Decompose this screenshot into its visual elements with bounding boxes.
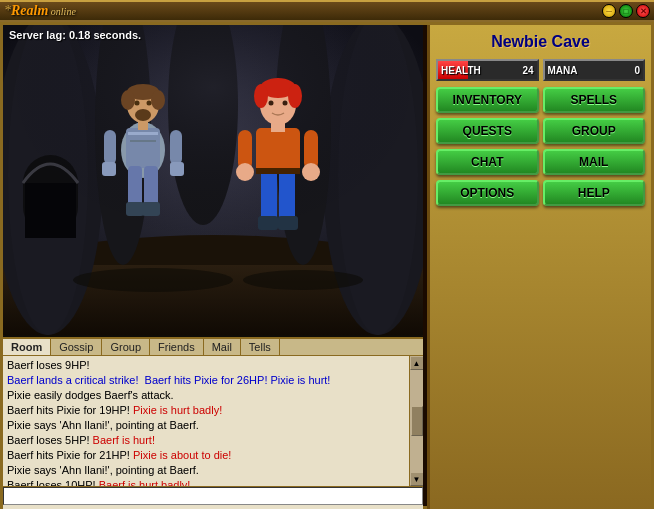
health-label: HEALTH <box>438 65 481 76</box>
chat-scrollbar[interactable]: ▲ ▼ <box>409 356 423 486</box>
window-controls: ─ □ ✕ <box>602 4 650 18</box>
right-panel: Newbie Cave HEALTH 24 MANA 0 INVENTORY S… <box>427 25 651 509</box>
msg-2: Baerf lands a critical strike! Baerf hit… <box>7 373 405 388</box>
svg-rect-30 <box>170 130 182 165</box>
svg-point-46 <box>288 84 302 108</box>
svg-point-48 <box>283 101 288 106</box>
server-lag: Server lag: 0.18 seconds. <box>9 29 141 41</box>
title-bar: *Realm online ─ □ ✕ <box>0 0 654 22</box>
btn-row-1: INVENTORY SPELLS <box>436 87 645 113</box>
svg-point-27 <box>147 101 152 106</box>
tab-room[interactable]: Room <box>3 339 51 355</box>
btn-row-2: QUESTS GROUP <box>436 118 645 144</box>
game-window: Server lag: 0.18 seconds. <box>0 22 654 509</box>
svg-rect-29 <box>102 162 116 176</box>
health-value: 24 <box>522 65 533 76</box>
mana-label: MANA <box>545 65 578 76</box>
btn-row-3: CHAT MAIL <box>436 149 645 175</box>
svg-rect-39 <box>278 216 298 230</box>
svg-rect-31 <box>170 162 184 176</box>
scroll-up[interactable]: ▲ <box>410 356 424 370</box>
msg-8: Pixie says 'Ahn Ilani!', pointing at Bae… <box>7 463 405 478</box>
options-button[interactable]: OPTIONS <box>436 180 539 206</box>
close-button[interactable]: ✕ <box>636 4 650 18</box>
msg-6: Baerf loses 5HP! Baerf is hurt! <box>7 433 405 448</box>
game-viewport: Server lag: 0.18 seconds. <box>3 25 423 509</box>
svg-rect-18 <box>128 132 158 135</box>
stats-row: HEALTH 24 MANA 0 <box>436 59 645 81</box>
scroll-down[interactable]: ▼ <box>410 472 424 486</box>
minimize-button[interactable]: ─ <box>602 4 616 18</box>
msg-4: Baerf hits Pixie for 19HP! Pixie is hurt… <box>7 403 405 418</box>
maximize-button[interactable]: □ <box>619 4 633 18</box>
chat-area: Room Gossip Group Friends Mail Tells Bae… <box>3 337 423 509</box>
chat-input-row <box>3 486 423 505</box>
quests-button[interactable]: QUESTS <box>436 118 539 144</box>
svg-point-45 <box>254 84 268 108</box>
group-button[interactable]: GROUP <box>543 118 646 144</box>
spells-button[interactable]: SPELLS <box>543 87 646 113</box>
mana-bar: MANA 0 <box>543 59 646 81</box>
svg-point-23 <box>121 90 135 110</box>
character-baerf <box>98 40 188 220</box>
app-logo: *Realm online <box>4 3 76 19</box>
svg-point-25 <box>135 109 151 121</box>
tab-tells[interactable]: Tells <box>241 339 280 355</box>
svg-rect-35 <box>142 202 160 216</box>
health-bar: HEALTH 24 <box>436 59 539 81</box>
svg-point-50 <box>236 163 254 181</box>
chat-tabs: Room Gossip Group Friends Mail Tells <box>3 339 423 356</box>
scroll-thumb[interactable] <box>411 406 423 436</box>
svg-point-47 <box>269 101 274 106</box>
svg-rect-28 <box>104 130 116 165</box>
svg-rect-36 <box>261 170 277 220</box>
svg-rect-40 <box>256 128 300 174</box>
svg-rect-41 <box>256 168 300 174</box>
inventory-button[interactable]: INVENTORY <box>436 87 539 113</box>
svg-rect-33 <box>144 166 158 206</box>
tab-mail[interactable]: Mail <box>204 339 241 355</box>
cave-background <box>3 25 423 335</box>
chat-input[interactable] <box>3 487 423 505</box>
msg-9: Baerf loses 10HP! Baerf is hurt badly! <box>7 478 405 486</box>
svg-point-26 <box>135 101 140 106</box>
character-player <box>228 40 328 240</box>
msg-7: Baerf hits Pixie for 21HP! Pixie is abou… <box>7 448 405 463</box>
svg-rect-32 <box>128 166 142 206</box>
help-button[interactable]: HELP <box>543 180 646 206</box>
svg-rect-37 <box>279 170 295 220</box>
btn-row-4: OPTIONS HELP <box>436 180 645 206</box>
svg-rect-34 <box>126 202 144 216</box>
msg-3: Pixie easily dodges Baerf's attack. <box>7 388 405 403</box>
svg-rect-19 <box>130 140 156 142</box>
mail-button[interactable]: MAIL <box>543 149 646 175</box>
msg-5: Pixie says 'Ahn Ilani!', pointing at Bae… <box>7 418 405 433</box>
svg-rect-38 <box>258 216 278 230</box>
mana-value: 0 <box>634 65 640 76</box>
tab-gossip[interactable]: Gossip <box>51 339 102 355</box>
svg-point-24 <box>151 90 165 110</box>
characters <box>3 40 423 240</box>
tab-group[interactable]: Group <box>102 339 150 355</box>
location-name: Newbie Cave <box>436 33 645 51</box>
tab-friends[interactable]: Friends <box>150 339 204 355</box>
svg-point-52 <box>302 163 320 181</box>
chat-messages: Baerf loses 9HP! Baerf lands a critical … <box>3 356 409 486</box>
msg-1: Baerf loses 9HP! <box>7 358 405 373</box>
chat-button[interactable]: CHAT <box>436 149 539 175</box>
